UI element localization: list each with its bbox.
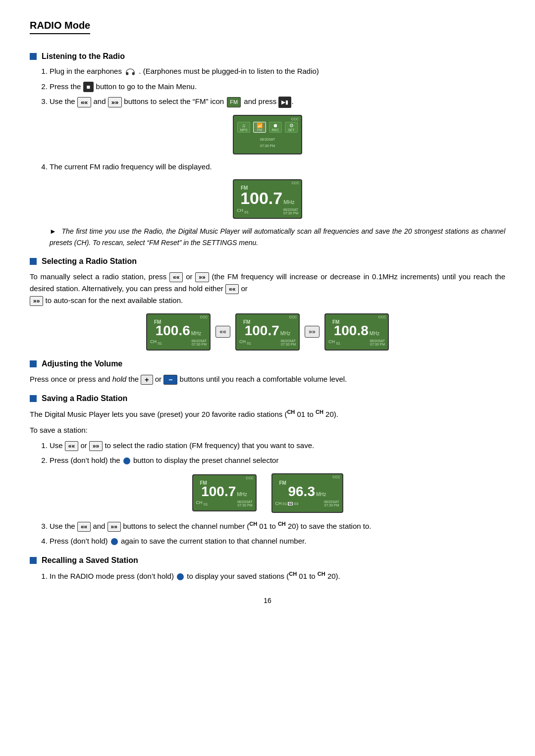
listening-step4-list: The current FM radio frequency will be d… bbox=[50, 161, 505, 173]
recalling-steps: In the RADIO mode press (don’t hold) to … bbox=[50, 570, 505, 582]
menu-date: 06/20SAT bbox=[234, 138, 301, 141]
selecting-para: To manually select a radio station, pres… bbox=[30, 271, 505, 306]
play-button-icon: ▶▮ bbox=[278, 97, 291, 108]
listen-step-1: Plug in the earphones . (Earphones must … bbox=[50, 66, 505, 77]
next-btn-save-3: »» bbox=[107, 522, 121, 532]
section-saving-title: Saving a Radio Station bbox=[42, 394, 127, 403]
menu-button-icon: ■ bbox=[83, 82, 94, 93]
fm-100-8-lcd: CCC FM 100.8 MHz CH 01 06/20SAT 07:30 PM bbox=[324, 313, 389, 351]
fm-100-7-screen-container: CCC FM 100.7 MHz CH 01 06/20SAT 07:30 PM bbox=[30, 179, 505, 219]
dot-button-icon-2 bbox=[111, 538, 118, 545]
next-arrow-btn[interactable]: »» bbox=[305, 326, 320, 338]
fm-note: ► The first time you use the Radio, the … bbox=[50, 226, 505, 248]
section-listening-header: Listening to the Radio bbox=[30, 52, 505, 61]
menu-icon-rec: ⏺ REC bbox=[269, 122, 282, 133]
section-selecting-title: Selecting a Radio Station bbox=[42, 257, 137, 266]
save-step-3: Use the «« and »» buttons to select the … bbox=[50, 520, 505, 532]
section-recalling-header: Recalling a Saved Station bbox=[30, 556, 505, 565]
page-number: 16 bbox=[30, 597, 505, 605]
ch-02-highlight: 02 bbox=[288, 502, 293, 505]
menu-icon-mp3: ♫ MP3 bbox=[237, 122, 250, 133]
main-menu-screen-container: CCC ♫ MP3 📶 FM ⏺ REC ⚙ SET 06/20SAT 07:3… bbox=[30, 115, 505, 154]
save-step-1: Use «« or »» to select the radio station… bbox=[50, 440, 505, 452]
menu-time: 07:30 PM bbox=[234, 144, 301, 148]
saving-steps: Use «« or »» to select the radio station… bbox=[50, 440, 505, 466]
section-saving-header: Saving a Radio Station bbox=[30, 394, 505, 403]
fm-100-7-lcd-2: CCC FM 100.7 MHz CH 01 06/20SAT 07:30 PM bbox=[235, 313, 300, 351]
section-bullet-2 bbox=[30, 258, 37, 265]
listen-step-3: Use the «« and »» buttons to select the … bbox=[50, 96, 505, 107]
section-bullet-5 bbox=[30, 557, 37, 564]
section-bullet-3 bbox=[30, 360, 37, 367]
next-button-icon: »» bbox=[108, 97, 122, 108]
section-bullet-4 bbox=[30, 395, 37, 402]
saving-intro: The Digital Music Player lets you save (… bbox=[30, 408, 505, 420]
fm-100-7-lcd: CCC FM 100.7 MHz CH 01 06/20SAT 07:30 PM bbox=[233, 179, 302, 219]
listen-step-4: The current FM radio frequency will be d… bbox=[50, 161, 505, 173]
fm-icon-inline: FM bbox=[227, 97, 241, 107]
to-save-label: To save a station: bbox=[30, 424, 505, 436]
prev-arrow-btn[interactable]: «« bbox=[215, 326, 230, 338]
ccc-badge: CCC bbox=[291, 117, 299, 121]
prev-button-icon: «« bbox=[77, 97, 91, 108]
save-step-4: Press (don’t hold) again to save the cur… bbox=[50, 536, 505, 547]
section-listening-title: Listening to the Radio bbox=[42, 52, 125, 61]
dot-button-icon-3 bbox=[177, 573, 184, 580]
recall-step-1: In the RADIO mode press (don’t hold) to … bbox=[50, 570, 505, 582]
fm-96-3-lcd: CCC FM 96.3 MHz CH 01 02 03 06/20SAT 07:… bbox=[271, 473, 343, 513]
note-block: ► The first time you use the Radio, the … bbox=[50, 226, 505, 248]
section-bullet bbox=[30, 53, 37, 60]
saving-steps-3-4: Use the «« and »» buttons to select the … bbox=[50, 520, 505, 547]
menu-icon-fm: 📶 FM bbox=[253, 122, 266, 133]
prev-btn-save: «« bbox=[65, 441, 78, 451]
two-screens-container: CCC FM 100.7 MHz CH 01 06/20SAT 07:30 PM… bbox=[30, 473, 505, 513]
next-btn-select: »» bbox=[195, 272, 209, 282]
section-recalling-title: Recalling a Saved Station bbox=[42, 556, 138, 565]
plus-button-icon: + bbox=[141, 375, 153, 385]
dot-button-icon bbox=[123, 457, 130, 464]
three-screens-container: CCC FM 100.6 MHz CH 01 06/20SAT 07:30 PM… bbox=[30, 313, 505, 351]
prev-btn-hold: «« bbox=[225, 284, 239, 294]
main-menu-lcd: CCC ♫ MP3 📶 FM ⏺ REC ⚙ SET 06/20SAT 07:3… bbox=[233, 115, 302, 154]
volume-para: Press once or press and hold the + or − … bbox=[30, 373, 505, 385]
earphone-icon bbox=[125, 67, 136, 76]
section-volume-header: Adjusting the Volume bbox=[30, 359, 505, 368]
next-btn-save: »» bbox=[89, 441, 103, 451]
fm-100-7-lcd-3: CCC FM 100.7 MHz CH 01 06/20SAT 07:30 PM bbox=[192, 474, 257, 511]
save-step-2: Press (don’t hold) the button to display… bbox=[50, 455, 505, 466]
listen-step-2: Press the ■ button to go to the Main Men… bbox=[50, 81, 505, 93]
page-title: RADIO Mode bbox=[30, 20, 90, 34]
section-selecting-header: Selecting a Radio Station bbox=[30, 257, 505, 266]
fm-100-6-lcd: CCC FM 100.6 MHz CH 01 06/20SAT 07:30 PM bbox=[146, 313, 211, 351]
prev-btn-save-3: «« bbox=[77, 522, 91, 532]
minus-button-icon: − bbox=[163, 375, 177, 385]
next-btn-hold: »» bbox=[30, 296, 43, 306]
section-volume-title: Adjusting the Volume bbox=[42, 359, 122, 368]
menu-icon-set: ⚙ SET bbox=[285, 122, 298, 133]
listening-steps: Plug in the earphones . (Earphones must … bbox=[50, 66, 505, 108]
prev-btn-select: «« bbox=[169, 272, 183, 282]
